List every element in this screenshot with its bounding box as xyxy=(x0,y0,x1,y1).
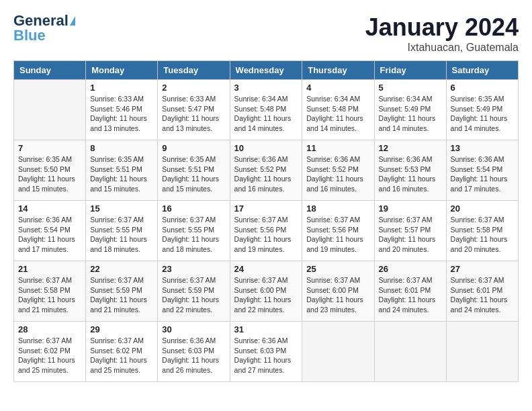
day-number: 4 xyxy=(306,83,369,93)
day-info: Sunrise: 6:37 AMSunset: 5:58 PMDaylight:… xyxy=(451,215,514,255)
calendar-cell xyxy=(374,322,446,382)
day-number: 24 xyxy=(234,264,298,274)
day-info: Sunrise: 6:33 AMSunset: 5:46 PMDaylight:… xyxy=(90,94,153,134)
calendar-cell: 16Sunrise: 6:37 AMSunset: 5:55 PMDayligh… xyxy=(158,201,230,261)
day-number: 2 xyxy=(162,83,225,93)
calendar-cell xyxy=(446,322,518,382)
calendar-week-row: 1Sunrise: 6:33 AMSunset: 5:46 PMDaylight… xyxy=(14,80,519,140)
day-number: 3 xyxy=(234,83,298,93)
calendar-cell: 4Sunrise: 6:34 AMSunset: 5:48 PMDaylight… xyxy=(302,80,374,140)
calendar-cell: 6Sunrise: 6:35 AMSunset: 5:49 PMDaylight… xyxy=(446,80,518,140)
day-number: 26 xyxy=(379,264,442,274)
calendar-cell: 5Sunrise: 6:34 AMSunset: 5:49 PMDaylight… xyxy=(374,80,446,140)
logo-text-general: General xyxy=(13,13,69,28)
day-info: Sunrise: 6:36 AMSunset: 5:53 PMDaylight:… xyxy=(379,154,442,194)
day-number: 6 xyxy=(451,83,514,93)
calendar-cell: 13Sunrise: 6:36 AMSunset: 5:54 PMDayligh… xyxy=(446,140,518,201)
day-number: 1 xyxy=(90,83,153,93)
calendar-cell: 27Sunrise: 6:37 AMSunset: 6:01 PMDayligh… xyxy=(446,261,518,322)
calendar-week-row: 14Sunrise: 6:36 AMSunset: 5:54 PMDayligh… xyxy=(14,201,519,261)
day-info: Sunrise: 6:36 AMSunset: 6:03 PMDaylight:… xyxy=(162,336,225,375)
day-info: Sunrise: 6:37 AMSunset: 5:55 PMDaylight:… xyxy=(90,215,153,255)
calendar-cell: 20Sunrise: 6:37 AMSunset: 5:58 PMDayligh… xyxy=(446,201,518,261)
day-number: 10 xyxy=(234,143,298,153)
page-header: General Blue January 2024 Ixtahuacan, Gu… xyxy=(13,13,519,54)
day-info: Sunrise: 6:36 AMSunset: 6:03 PMDaylight:… xyxy=(234,336,298,375)
calendar-cell: 21Sunrise: 6:37 AMSunset: 5:58 PMDayligh… xyxy=(14,261,86,322)
calendar-cell: 19Sunrise: 6:37 AMSunset: 5:57 PMDayligh… xyxy=(374,201,446,261)
calendar-cell: 3Sunrise: 6:34 AMSunset: 5:48 PMDaylight… xyxy=(230,80,302,140)
day-info: Sunrise: 6:35 AMSunset: 5:51 PMDaylight:… xyxy=(90,154,153,194)
day-info: Sunrise: 6:37 AMSunset: 6:00 PMDaylight:… xyxy=(234,275,298,315)
day-info: Sunrise: 6:36 AMSunset: 5:52 PMDaylight:… xyxy=(306,154,369,194)
calendar-cell: 30Sunrise: 6:36 AMSunset: 6:03 PMDayligh… xyxy=(158,322,230,382)
calendar-cell: 24Sunrise: 6:37 AMSunset: 6:00 PMDayligh… xyxy=(230,261,302,322)
calendar-cell: 23Sunrise: 6:37 AMSunset: 5:59 PMDayligh… xyxy=(158,261,230,322)
day-number: 11 xyxy=(306,143,369,153)
day-info: Sunrise: 6:37 AMSunset: 6:02 PMDaylight:… xyxy=(90,336,153,375)
calendar-cell: 17Sunrise: 6:37 AMSunset: 5:56 PMDayligh… xyxy=(230,201,302,261)
calendar-cell: 7Sunrise: 6:35 AMSunset: 5:50 PMDaylight… xyxy=(14,140,86,201)
day-info: Sunrise: 6:36 AMSunset: 5:54 PMDaylight:… xyxy=(18,215,81,255)
day-info: Sunrise: 6:33 AMSunset: 5:47 PMDaylight:… xyxy=(162,94,225,134)
day-number: 29 xyxy=(90,324,153,334)
logo: General Blue xyxy=(13,13,75,43)
logo-triangle-icon xyxy=(70,16,75,26)
calendar-week-row: 7Sunrise: 6:35 AMSunset: 5:50 PMDaylight… xyxy=(14,140,519,201)
day-info: Sunrise: 6:37 AMSunset: 5:59 PMDaylight:… xyxy=(162,275,225,315)
day-info: Sunrise: 6:35 AMSunset: 5:49 PMDaylight:… xyxy=(451,94,514,134)
day-number: 28 xyxy=(18,324,81,334)
day-info: Sunrise: 6:37 AMSunset: 6:00 PMDaylight:… xyxy=(306,275,369,315)
day-number: 15 xyxy=(90,203,153,214)
column-header-wednesday: Wednesday xyxy=(230,61,302,80)
day-info: Sunrise: 6:37 AMSunset: 5:59 PMDaylight:… xyxy=(90,275,153,315)
day-number: 23 xyxy=(162,264,225,274)
day-info: Sunrise: 6:36 AMSunset: 5:52 PMDaylight:… xyxy=(234,154,298,194)
page-title: January 2024 xyxy=(365,13,519,42)
calendar-cell: 29Sunrise: 6:37 AMSunset: 6:02 PMDayligh… xyxy=(86,322,158,382)
column-header-sunday: Sunday xyxy=(14,61,86,80)
calendar-week-row: 21Sunrise: 6:37 AMSunset: 5:58 PMDayligh… xyxy=(14,261,519,322)
calendar-cell: 9Sunrise: 6:35 AMSunset: 5:51 PMDaylight… xyxy=(158,140,230,201)
day-number: 8 xyxy=(90,143,153,153)
column-header-monday: Monday xyxy=(86,61,158,80)
page-subtitle: Ixtahuacan, Guatemala xyxy=(365,42,519,54)
day-info: Sunrise: 6:37 AMSunset: 5:58 PMDaylight:… xyxy=(18,275,81,315)
column-header-thursday: Thursday xyxy=(302,61,374,80)
day-number: 13 xyxy=(451,143,514,153)
day-info: Sunrise: 6:34 AMSunset: 5:48 PMDaylight:… xyxy=(234,94,298,134)
day-number: 27 xyxy=(451,264,514,274)
calendar-cell: 2Sunrise: 6:33 AMSunset: 5:47 PMDaylight… xyxy=(158,80,230,140)
day-number: 21 xyxy=(18,264,81,274)
day-number: 22 xyxy=(90,264,153,274)
calendar-cell: 14Sunrise: 6:36 AMSunset: 5:54 PMDayligh… xyxy=(14,201,86,261)
day-number: 5 xyxy=(379,83,442,93)
day-number: 25 xyxy=(306,264,369,274)
calendar-cell: 1Sunrise: 6:33 AMSunset: 5:46 PMDaylight… xyxy=(86,80,158,140)
calendar-cell: 10Sunrise: 6:36 AMSunset: 5:52 PMDayligh… xyxy=(230,140,302,201)
day-number: 31 xyxy=(234,324,298,334)
day-info: Sunrise: 6:37 AMSunset: 5:56 PMDaylight:… xyxy=(306,215,369,255)
calendar-cell: 22Sunrise: 6:37 AMSunset: 5:59 PMDayligh… xyxy=(86,261,158,322)
calendar-cell: 25Sunrise: 6:37 AMSunset: 6:00 PMDayligh… xyxy=(302,261,374,322)
day-number: 18 xyxy=(306,203,369,214)
day-info: Sunrise: 6:37 AMSunset: 6:01 PMDaylight:… xyxy=(451,275,514,315)
day-info: Sunrise: 6:37 AMSunset: 5:55 PMDaylight:… xyxy=(162,215,225,255)
day-info: Sunrise: 6:35 AMSunset: 5:51 PMDaylight:… xyxy=(162,154,225,194)
calendar-cell: 12Sunrise: 6:36 AMSunset: 5:53 PMDayligh… xyxy=(374,140,446,201)
day-number: 14 xyxy=(18,203,81,214)
day-info: Sunrise: 6:37 AMSunset: 5:57 PMDaylight:… xyxy=(379,215,442,255)
calendar-cell: 31Sunrise: 6:36 AMSunset: 6:03 PMDayligh… xyxy=(230,322,302,382)
day-info: Sunrise: 6:34 AMSunset: 5:48 PMDaylight:… xyxy=(306,94,369,134)
calendar-header-row: SundayMondayTuesdayWednesdayThursdayFrid… xyxy=(14,61,519,80)
day-info: Sunrise: 6:37 AMSunset: 5:56 PMDaylight:… xyxy=(234,215,298,255)
day-info: Sunrise: 6:35 AMSunset: 5:50 PMDaylight:… xyxy=(18,154,81,194)
calendar-cell: 15Sunrise: 6:37 AMSunset: 5:55 PMDayligh… xyxy=(86,201,158,261)
calendar-cell: 28Sunrise: 6:37 AMSunset: 6:02 PMDayligh… xyxy=(14,322,86,382)
day-info: Sunrise: 6:37 AMSunset: 6:01 PMDaylight:… xyxy=(379,275,442,315)
calendar-cell xyxy=(302,322,374,382)
column-header-friday: Friday xyxy=(374,61,446,80)
column-header-tuesday: Tuesday xyxy=(158,61,230,80)
calendar-cell: 18Sunrise: 6:37 AMSunset: 5:56 PMDayligh… xyxy=(302,201,374,261)
day-info: Sunrise: 6:36 AMSunset: 5:54 PMDaylight:… xyxy=(451,154,514,194)
